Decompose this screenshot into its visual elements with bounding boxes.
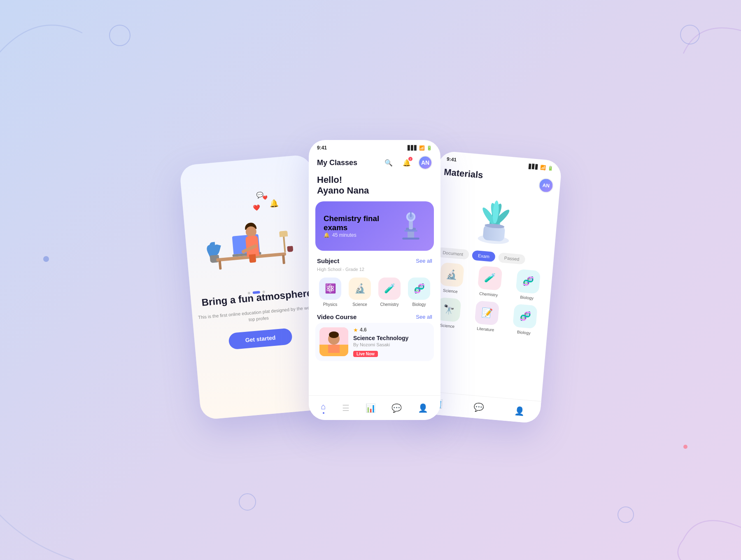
video-title: Video Course	[317, 313, 357, 320]
video-section-header: Video Course See all	[309, 313, 440, 323]
tab-passed[interactable]: Passed	[498, 252, 526, 265]
desk-leg-left	[219, 260, 222, 269]
material-biology2-label: Biology	[517, 330, 531, 336]
material-literature-icon: 📝	[481, 307, 493, 319]
science-label: Science	[352, 302, 367, 307]
deco-circle-1	[109, 25, 130, 46]
video-course-card[interactable]: ★ 4.6 Science Technology By Nozomi Sasak…	[315, 323, 434, 361]
material-biology2-icon: 🧬	[519, 310, 531, 322]
subject-science[interactable]: 🔬 Science	[349, 278, 371, 307]
coffee-mug	[287, 246, 293, 252]
svg-rect-5	[410, 211, 411, 217]
subject-subtitle: High School - Grade 12	[309, 267, 440, 276]
svg-point-12	[329, 331, 339, 338]
material-literature-label: Literature	[477, 326, 494, 332]
greeting-line2: Ayano Nana	[317, 185, 369, 196]
deco-circle-3	[239, 493, 256, 511]
course-thumbnail	[319, 327, 348, 356]
subject-biology[interactable]: 🧬 Biology	[408, 278, 430, 307]
biology-icon: 🧬	[414, 283, 425, 294]
status-time-right: 9:41	[446, 156, 457, 163]
star-icon: ★	[353, 327, 358, 333]
tab-document[interactable]: Document	[436, 247, 469, 260]
right-chat-icon: 💬	[473, 402, 484, 413]
user-avatar[interactable]: AN	[418, 156, 432, 170]
subject-see-all[interactable]: See all	[416, 258, 432, 264]
greeting-text: Hello! Ayano Nana	[317, 175, 432, 196]
material-science-label: Science	[443, 288, 458, 294]
tab-exam[interactable]: Exam	[472, 250, 496, 262]
chemistry-icon: 🧪	[384, 283, 395, 294]
notification-badge: 2	[408, 157, 412, 161]
status-icons: ▋▋▋ 📶 🔋	[408, 145, 432, 151]
physics-icon: ⚛️	[325, 283, 336, 294]
biology-label: Biology	[412, 302, 426, 307]
get-started-button[interactable]: Get started	[228, 328, 293, 350]
wifi-icon: 📶	[419, 145, 425, 151]
phone-middle: 9:41 ▋▋▋ 📶 🔋 My Classes 🔍 🔔 2 AN	[309, 140, 440, 420]
material-chemistry-icon: 🧪	[484, 272, 496, 284]
physics-icon-bg: ⚛️	[319, 278, 341, 300]
physics-label: Physics	[323, 302, 337, 307]
nav-profile[interactable]: 👤	[414, 401, 432, 415]
material-telescope-icon: 🔭	[443, 304, 454, 315]
material-biology-2[interactable]: 🧬 Biology	[507, 303, 543, 336]
chat-icon: 💬	[391, 403, 402, 413]
course-title: Science Technology	[353, 335, 430, 341]
deco-circle-2	[680, 25, 700, 44]
status-bar-middle: 9:41 ▋▋▋ 📶 🔋	[309, 140, 440, 152]
left-text-area: Bring a fun atmosphere This is the first…	[191, 286, 326, 352]
chemistry-icon-bg: 🧪	[378, 278, 401, 300]
greeting-line1: Hello!	[317, 175, 342, 185]
science-icon-bg: 🔬	[349, 278, 371, 300]
subject-physics[interactable]: ⚛️ Physics	[319, 278, 341, 307]
chemistry-label: Chemistry	[380, 302, 398, 307]
deco-circle-4	[618, 506, 634, 523]
header-title: My Classes	[317, 159, 357, 167]
material-science2-label: Science	[440, 323, 454, 329]
battery-icon-right: 🔋	[548, 165, 554, 171]
illustration-area: ❤️ ❤️ 🔔 💬	[179, 154, 322, 297]
nav-home[interactable]: ⌂	[317, 400, 330, 415]
lamp-shade	[279, 231, 288, 237]
status-icons-right: ▋▋▋ 📶 🔋	[529, 163, 554, 171]
nav-list[interactable]: ☰	[338, 401, 354, 415]
material-biology-icon: 🧬	[522, 275, 534, 287]
course-info: ★ 4.6 Science Technology By Nozomi Sasak…	[353, 327, 430, 357]
person-leg	[249, 254, 256, 263]
signal-icon-right: ▋▋▋	[529, 163, 539, 170]
exam-banner[interactable]: Chemistry final exams 🔔 45 minutes	[315, 201, 434, 251]
search-button[interactable]: 🔍	[382, 156, 395, 169]
microscope-svg	[396, 210, 425, 243]
header-icons: 🔍 🔔 2 AN	[382, 156, 432, 170]
nav-chat[interactable]: 💬	[387, 401, 406, 415]
material-science-icon: 🔬	[446, 269, 458, 280]
subject-chemistry[interactable]: 🧪 Chemistry	[378, 278, 401, 307]
right-profile-icon: 👤	[514, 406, 525, 416]
battery-icon: 🔋	[426, 145, 432, 151]
subject-title: Subject	[317, 257, 339, 264]
right-nav-chat[interactable]: 💬	[469, 400, 489, 415]
profile-icon: 👤	[418, 403, 428, 413]
material-biology-label: Biology	[520, 295, 534, 301]
reminder-icon: 🔔	[324, 232, 330, 238]
material-biology2-icon-bg: 🧬	[513, 304, 538, 329]
lamp-pole	[283, 236, 286, 252]
science-icon: 🔬	[354, 283, 366, 294]
banner-title: Chemistry final exams	[324, 214, 396, 232]
material-chemistry[interactable]: 🧪 Chemistry	[472, 265, 508, 298]
material-chemistry-label: Chemistry	[479, 291, 498, 297]
video-see-all[interactable]: See all	[416, 314, 432, 320]
subjects-grid: ⚛️ Physics 🔬 Science 🧪 Chemistry 🧬	[309, 276, 440, 313]
student-illustration: ❤️ ❤️ 🔔 💬	[201, 177, 299, 275]
avatar-placeholder: AN	[419, 156, 431, 169]
deco-dot-1	[43, 256, 49, 262]
nav-chart[interactable]: 📊	[361, 401, 380, 415]
right-nav-profile[interactable]: 👤	[510, 404, 530, 418]
desk-leg-right	[282, 255, 285, 264]
material-biology[interactable]: 🧬 Biology	[510, 268, 546, 301]
material-literature[interactable]: 📝 Literature	[468, 300, 504, 333]
deco-dot-pink	[683, 445, 687, 449]
notification-button[interactable]: 🔔 2	[400, 156, 413, 169]
bottom-nav-middle: ⌂ ☰ 📊 💬 👤	[309, 395, 440, 420]
